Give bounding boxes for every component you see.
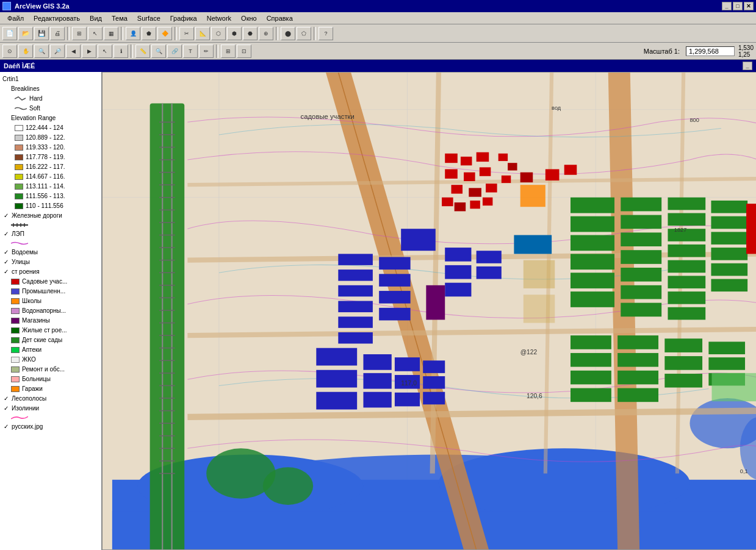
- zoom-prev[interactable]: ◀: [66, 45, 81, 58]
- legend-crtin1[interactable]: Crtin1: [1, 74, 100, 84]
- tool14[interactable]: ⬠: [297, 27, 311, 40]
- menu-network[interactable]: Network: [202, 13, 236, 23]
- draw[interactable]: ✏: [199, 45, 214, 58]
- legend-water[interactable]: ✓ Водоемы: [1, 248, 100, 257]
- close-button[interactable]: ✕: [744, 2, 754, 10]
- building-zhko: ЖКО: [10, 355, 100, 365]
- svg-rect-104: [571, 216, 614, 232]
- building-bolnicy: Больницы: [10, 374, 100, 384]
- tool4[interactable]: 👤: [126, 27, 140, 40]
- svg-rect-145: [746, 204, 756, 254]
- svg-rect-112: [621, 250, 661, 264]
- svg-rect-63: [338, 301, 373, 313]
- tool1[interactable]: ⊞: [72, 27, 87, 40]
- menu-theme[interactable]: Тема: [107, 13, 132, 23]
- find[interactable]: 🔍: [151, 45, 166, 58]
- el2-label: 120.889 - 122.: [26, 134, 65, 142]
- school-label: Школы: [22, 297, 41, 305]
- legend-forest[interactable]: ✓ Лесополосы: [1, 394, 100, 404]
- toolbar1: 📄 📂 💾 🖨 ⊞ ↖ ▦ 👤 ⬟ 🔶 ✂ 📐 ⬡ ⬢ ⬣ ⊕ ⬤ ⬠ ?: [0, 24, 756, 43]
- maximize-button[interactable]: □: [733, 2, 743, 10]
- svg-rect-146: [520, 185, 545, 207]
- save-btn[interactable]: 💾: [34, 27, 49, 40]
- el8-label: 111.556 - 113.: [26, 192, 65, 201]
- tool13[interactable]: ⬤: [281, 27, 295, 40]
- el2-swatch: [15, 135, 23, 141]
- minimize-button[interactable]: _: [722, 2, 732, 10]
- tool12[interactable]: ⊕: [259, 27, 273, 40]
- building-remont: Ремонт и обс...: [10, 365, 100, 374]
- svg-rect-135: [617, 353, 658, 367]
- menu-file[interactable]: Файл: [2, 13, 29, 23]
- zoom-next[interactable]: ▶: [82, 45, 96, 58]
- title-bar: ArcView GIS 3.2a _ □ ✕: [0, 0, 756, 12]
- svg-rect-131: [571, 353, 611, 367]
- svg-rect-100: [455, 202, 466, 211]
- menu-view[interactable]: Вид: [85, 13, 107, 23]
- scale-value[interactable]: 1,299,568: [686, 46, 735, 56]
- open-btn[interactable]: 📂: [18, 27, 33, 40]
- extra1[interactable]: ⊞: [221, 45, 236, 58]
- svg-rect-153: [520, 173, 533, 182]
- legend-streets[interactable]: ✓ Улицы: [1, 257, 100, 267]
- legend-lep[interactable]: ✓ ЛЭП: [1, 229, 100, 239]
- tool2[interactable]: ↖: [88, 27, 103, 40]
- buildings-label: ст роения: [12, 268, 40, 276]
- menu-graphics[interactable]: Графика: [165, 13, 202, 23]
- el-3: 119.333 - 120.: [13, 143, 100, 152]
- soft-line-icon: [15, 105, 27, 112]
- zoom-out[interactable]: 🔎: [50, 45, 65, 58]
- view-minimize-button[interactable]: _: [743, 62, 752, 70]
- svg-rect-124: [711, 201, 747, 213]
- extra2[interactable]: ⊡: [237, 45, 251, 58]
- tool7[interactable]: ✂: [179, 27, 194, 40]
- prom-swatch: [11, 288, 20, 295]
- svg-rect-92: [480, 167, 491, 176]
- bolnicy-label: Больницы: [22, 375, 51, 384]
- forest-check: ✓: [2, 395, 10, 402]
- legend-buildings[interactable]: ✓ ст роения: [1, 267, 100, 277]
- tool6[interactable]: 🔶: [157, 27, 172, 40]
- legend-russkih[interactable]: ✓ русских.jpg: [1, 422, 100, 432]
- tool8[interactable]: 📐: [195, 27, 210, 40]
- identify[interactable]: ℹ: [113, 45, 128, 58]
- view-titlebar: Daéñ ÌÆÉ _: [0, 60, 756, 72]
- tool11[interactable]: ⬣: [243, 27, 257, 40]
- measure[interactable]: 📏: [135, 45, 150, 58]
- print-btn[interactable]: 🖨: [50, 27, 65, 40]
- tool5[interactable]: ⬟: [142, 27, 156, 40]
- hotlink[interactable]: 🔗: [167, 45, 182, 58]
- zoom-full[interactable]: ⊙: [2, 45, 17, 58]
- tool10[interactable]: ⬢: [227, 27, 242, 40]
- tool9[interactable]: ⬡: [211, 27, 226, 40]
- coordinates-display: 1,530 1,25: [738, 45, 754, 58]
- soft-label: Soft: [29, 104, 40, 113]
- map-area[interactable]: садовые участки 120,6 117,0 @122 1827 11…: [103, 72, 756, 550]
- svg-rect-117: [668, 213, 705, 226]
- svg-rect-128: [711, 263, 747, 276]
- pan[interactable]: ✋: [18, 45, 33, 58]
- menu-window[interactable]: Окно: [236, 13, 262, 23]
- tool15[interactable]: ?: [319, 27, 333, 40]
- lep-check: ✓: [2, 230, 10, 238]
- select[interactable]: ↖: [98, 45, 112, 58]
- zhilye-swatch: [11, 327, 20, 334]
- legend-railroads[interactable]: ✓ Железные дороги: [1, 211, 100, 221]
- svg-text:1827: 1827: [674, 227, 687, 233]
- svg-rect-148: [401, 229, 436, 251]
- svg-rect-90: [445, 169, 458, 178]
- tool3[interactable]: ▦: [104, 27, 118, 40]
- remont-swatch: [11, 366, 20, 373]
- new-btn[interactable]: 📄: [2, 27, 17, 40]
- menu-surface[interactable]: Surface: [132, 13, 165, 23]
- svg-rect-147: [514, 235, 552, 254]
- legend-isolinii[interactable]: ✓ Изолинии: [1, 404, 100, 413]
- label[interactable]: T: [183, 45, 198, 58]
- svg-rect-144: [426, 285, 445, 320]
- svg-rect-60: [338, 254, 373, 265]
- menu-help[interactable]: Справка: [262, 13, 298, 23]
- svg-rect-130: [571, 335, 611, 349]
- menu-edit[interactable]: Редактировать: [29, 13, 85, 23]
- el3-label: 119.333 - 120.: [26, 143, 65, 152]
- zoom-in[interactable]: 🔍: [34, 45, 49, 58]
